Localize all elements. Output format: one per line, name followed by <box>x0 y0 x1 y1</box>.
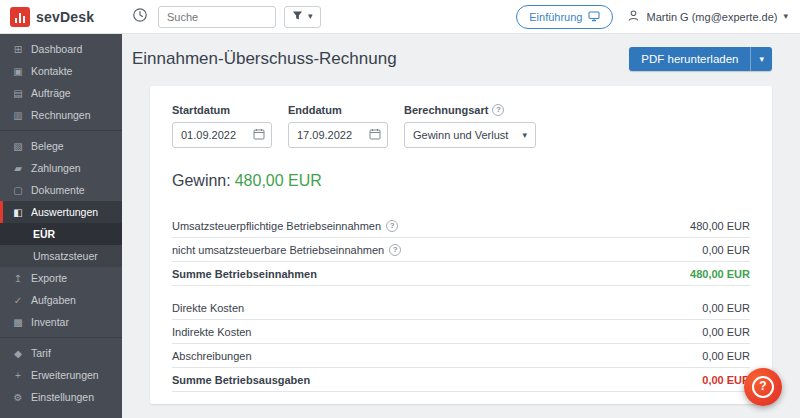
page-title: Einnahmen-Überschuss-Rechnung <box>132 49 397 69</box>
filter-button[interactable]: ▾ <box>284 6 321 28</box>
contacts-icon: ▣ <box>12 66 24 77</box>
help-fab-button[interactable]: ? <box>744 368 782 406</box>
startdate-group: Startdatum <box>172 104 272 148</box>
chevron-down-icon: ▾ <box>522 131 527 140</box>
sidebar: ⊞Dashboard ▣Kontakte ▤Aufträge ▥Rechnung… <box>0 34 122 418</box>
orders-icon: ▤ <box>12 88 24 99</box>
sidebar-item-auswertungen[interactable]: ◧Auswertungen <box>0 201 122 223</box>
enddate-input[interactable] <box>295 128 365 142</box>
sidebar-item-exporte[interactable]: ↥Exporte <box>0 267 122 289</box>
table-row: Direkte Kosten 0,00 EUR <box>172 296 750 320</box>
intro-button[interactable]: Einführung <box>516 5 613 29</box>
app-window: sevDesk ▾ Einführung <box>0 0 800 418</box>
report-filters: Startdatum Enddatum <box>172 104 750 148</box>
sidebar-divider <box>0 337 122 338</box>
extensions-icon: + <box>12 370 24 381</box>
profit-label: Gewinn: <box>172 172 231 189</box>
page-header: Einnahmen-Überschuss-Rechnung PDF herunt… <box>122 34 800 84</box>
chevron-down-icon: ▾ <box>308 12 313 21</box>
enddate-label: Enddatum <box>288 104 388 116</box>
calendar-icon[interactable] <box>253 126 265 144</box>
row-label: nicht umsatzsteuerbare Betriebseinnahmen <box>172 244 384 256</box>
sidebar-item-umsatzsteuer[interactable]: Umsatzsteuer <box>0 245 122 267</box>
profit-value: 480,00 EUR <box>235 172 322 189</box>
help-icon[interactable]: ? <box>492 104 504 116</box>
row-label: Summe Betriebsausgaben <box>172 374 310 386</box>
profit-summary: Gewinn:480,00 EUR <box>172 172 750 190</box>
row-value: 480,00 EUR <box>690 268 750 280</box>
euer-card: Startdatum Enddatum <box>150 86 772 404</box>
row-label: Abschreibungen <box>172 350 252 362</box>
sevdesk-logo-icon <box>10 7 30 27</box>
row-label: Umsatzsteuerpflichtige Betriebseinnahmen <box>172 220 381 232</box>
sidebar-item-zahlungen[interactable]: ▰Zahlungen <box>0 157 122 179</box>
documents-icon: ▢ <box>12 185 24 196</box>
funnel-icon <box>292 9 303 24</box>
receipts-icon: ▧ <box>12 141 24 152</box>
sidebar-item-auftraege[interactable]: ▤Aufträge <box>0 82 122 104</box>
inventory-icon: ▩ <box>12 317 24 328</box>
row-label: Summe Betriebseinnahmen <box>172 268 317 280</box>
sidebar-divider <box>0 130 122 131</box>
clock-icon <box>132 7 148 26</box>
table-row: Umsatzsteuerpflichtige Betriebseinnahmen… <box>172 214 750 238</box>
row-value: 480,00 EUR <box>690 220 750 232</box>
sidebar-item-inventar[interactable]: ▩Inventar <box>0 311 122 333</box>
sidebar-item-erweiterungen[interactable]: +Erweiterungen <box>0 364 122 386</box>
sidebar-item-tarif[interactable]: ◆Tarif <box>0 342 122 364</box>
row-value: 0,00 EUR <box>702 374 750 386</box>
table-row-total-income: Summe Betriebseinnahmen 480,00 EUR <box>172 262 750 286</box>
pdf-download-split-button: PDF herunterladen ▾ <box>629 47 772 71</box>
topbar-right: Einführung Martin G (mg@experte.de) ▾ <box>516 5 800 29</box>
gear-icon: ⚙ <box>12 392 24 403</box>
invoices-icon: ▥ <box>12 110 24 121</box>
user-name: Martin G (mg@experte.de) <box>646 11 777 23</box>
sidebar-item-belege[interactable]: ▧Belege <box>0 135 122 157</box>
sevdesk-logo[interactable]: sevDesk <box>0 7 122 27</box>
table-row: nicht umsatzsteuerbare Betriebseinnahmen… <box>172 238 750 262</box>
sidebar-item-einstellungen[interactable]: ⚙Einstellungen <box>0 386 122 408</box>
export-icon: ↥ <box>12 273 24 284</box>
pdf-download-caret[interactable]: ▾ <box>750 47 772 71</box>
row-label: Indirekte Kosten <box>172 326 252 338</box>
brand-name: sevDesk <box>36 9 94 25</box>
sidebar-item-aufgaben[interactable]: ✓Aufgaben <box>0 289 122 311</box>
user-menu[interactable]: Martin G (mg@experte.de) ▾ <box>627 9 788 24</box>
table-row: Indirekte Kosten 0,00 EUR <box>172 320 750 344</box>
report-table: Umsatzsteuerpflichtige Betriebseinnahmen… <box>172 214 750 392</box>
startdate-input[interactable] <box>179 128 249 142</box>
sidebar-item-kontakte[interactable]: ▣Kontakte <box>0 60 122 82</box>
startdate-label: Startdatum <box>172 104 272 116</box>
row-label: Direkte Kosten <box>172 302 244 314</box>
sidebar-item-rechnungen[interactable]: ▥Rechnungen <box>0 104 122 126</box>
time-tracking-button[interactable] <box>126 5 154 29</box>
main-content: Einnahmen-Überschuss-Rechnung PDF herunt… <box>122 34 800 418</box>
help-icon[interactable]: ? <box>389 244 401 256</box>
chevron-down-icon: ▾ <box>783 12 788 21</box>
sidebar-item-dashboard[interactable]: ⊞Dashboard <box>0 38 122 60</box>
sidebar-item-euer[interactable]: EÜR <box>0 223 122 245</box>
question-mark-icon: ? <box>752 376 774 398</box>
calculation-type-label: Berechnungsart <box>404 104 488 116</box>
tariff-icon: ◆ <box>12 348 24 359</box>
calculation-type-select[interactable]: Gewinn und Verlust ▾ <box>404 122 536 148</box>
enddate-group: Enddatum <box>288 104 388 148</box>
help-icon[interactable]: ? <box>386 220 398 232</box>
row-value: 0,00 EUR <box>702 302 750 314</box>
tasks-icon: ✓ <box>12 295 24 306</box>
table-row-total-expenses: Summe Betriebsausgaben 0,00 EUR <box>172 368 750 392</box>
row-value: 0,00 EUR <box>702 244 750 256</box>
topbar: sevDesk ▾ Einführung <box>0 0 800 34</box>
pdf-download-button[interactable]: PDF herunterladen <box>629 47 750 71</box>
dashboard-icon: ⊞ <box>12 44 24 55</box>
calculation-type-group: Berechnungsart ? Gewinn und Verlust ▾ <box>404 104 536 148</box>
table-row: Abschreibungen 0,00 EUR <box>172 344 750 368</box>
search-input[interactable] <box>165 10 269 24</box>
reports-icon: ◧ <box>12 207 24 218</box>
intro-button-label: Einführung <box>529 11 582 23</box>
user-icon <box>627 9 640 24</box>
enddate-input-box <box>288 122 388 148</box>
calculation-type-value: Gewinn und Verlust <box>413 129 508 141</box>
sidebar-item-dokumente[interactable]: ▢Dokumente <box>0 179 122 201</box>
calendar-icon[interactable] <box>369 126 381 144</box>
